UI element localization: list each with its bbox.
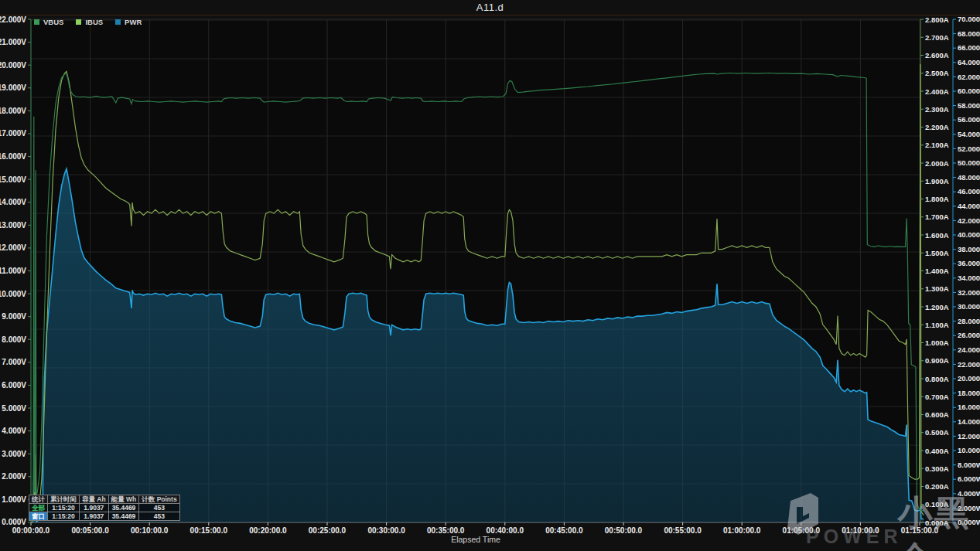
watt-tick-label: 26.000W	[958, 331, 980, 339]
stats-all-points: 453	[139, 504, 179, 512]
amp-tick-label: 2.500A	[925, 69, 949, 77]
time-tick-label: 00:40:00.0	[487, 526, 524, 535]
volt-tick-label: 0.000V	[2, 518, 26, 526]
volt-tick-label: 14.000V	[0, 198, 26, 206]
stats-row-all[interactable]: 全部 1:15:20 1.9037 35.4469 453	[29, 504, 180, 512]
amp-tick-label: 1.400A	[925, 267, 949, 275]
watt-tick-label: 68.000W	[958, 29, 980, 38]
amp-tick-label: 0.900A	[925, 356, 949, 365]
time-tick-label: 00:20:00.0	[249, 526, 287, 535]
volt-tick-label: 19.000V	[0, 83, 26, 92]
time-tick-label: 00:35:00.0	[427, 526, 465, 535]
chart-plot-area[interactable]: 22.000V21.000V20.000V19.000V18.000V17.00…	[0, 0, 980, 551]
amp-tick-label: 1.600A	[925, 231, 949, 240]
amp-tick-label: 2.200A	[925, 123, 949, 131]
volt-tick-label: 9.000V	[2, 312, 26, 321]
watt-tick-label: 48.000W	[958, 173, 980, 182]
volt-tick-label: 3.000V	[2, 450, 26, 458]
watt-tick-label: 28.000W	[958, 317, 980, 325]
watt-tick-label: 30.000W	[958, 302, 980, 311]
amp-tick-label: 0.500A	[925, 428, 949, 437]
stats-window-time: 1:15:20	[48, 512, 80, 521]
amp-tick-label: 0.800A	[925, 375, 949, 383]
amp-tick-label: 2.700A	[925, 33, 949, 42]
volt-tick-label: 18.000V	[0, 107, 26, 115]
watt-tick-label: 58.000W	[958, 101, 980, 110]
watt-tick-label: 14.000W	[958, 417, 980, 426]
volt-tick-label: 8.000V	[2, 335, 26, 344]
time-tick-label: 00:50:00.0	[605, 526, 643, 535]
amp-tick-label: 0.400A	[925, 447, 949, 455]
vbus-swatch-icon	[34, 19, 39, 25]
watt-tick-label: 36.000W	[958, 259, 980, 267]
legend-label-ibus: IBUS	[85, 18, 103, 26]
amp-tick-label: 2.100A	[925, 141, 949, 149]
amp-tick-label: 2.400A	[925, 87, 949, 96]
watt-tick-label: 44.000W	[958, 202, 980, 210]
time-tick-label: 00:15:00.0	[190, 526, 228, 535]
amp-tick-label: 2.600A	[925, 51, 949, 60]
watt-tick-label: 32.000W	[958, 288, 980, 297]
time-tick-label: 01:15:00.0	[901, 526, 939, 535]
watt-tick-label: 70.000W	[958, 15, 980, 23]
volt-tick-label: 2.000V	[2, 472, 26, 481]
stats-all-wh: 35.4469	[108, 504, 139, 512]
legend-item-ibus[interactable]: IBUS	[76, 18, 103, 26]
amp-tick-label: 0.700A	[925, 393, 949, 401]
time-tick-label: 00:10:00.0	[131, 526, 169, 535]
time-tick-label: 00:25:00.0	[309, 526, 347, 535]
amp-tick-label: 1.800A	[925, 195, 949, 203]
legend-label-vbus: VBUS	[43, 18, 63, 26]
watt-tick-label: 66.000W	[958, 43, 980, 52]
volt-tick-label: 20.000V	[0, 61, 26, 70]
amp-tick-label: 1.500A	[925, 249, 949, 257]
watt-tick-label: 40.000W	[958, 230, 980, 239]
volt-tick-label: 21.000V	[0, 38, 26, 46]
amp-tick-label: 1.200A	[925, 303, 949, 311]
stats-header-ah: 容量 Ah	[80, 495, 109, 504]
watt-tick-label: 34.000W	[958, 274, 980, 282]
watt-tick-label: 62.000W	[958, 73, 980, 81]
legend-item-pwr[interactable]: PWR	[115, 18, 142, 26]
volt-tick-label: 7.000V	[2, 358, 26, 366]
watt-tick-label: 46.000W	[958, 187, 980, 196]
stats-window-label: 窗口	[29, 512, 48, 521]
time-tick-label: 00:30:00.0	[367, 526, 405, 535]
volt-tick-label: 16.000V	[0, 152, 26, 161]
statistics-table[interactable]: 统计 累计时间 容量 Ah 能量 Wh 计数 Points 全部 1:15:20…	[29, 495, 180, 521]
time-tick-label: 01:00:00.0	[723, 526, 761, 535]
amp-tick-label: 1.900A	[925, 177, 949, 185]
amp-tick-label: 2.000A	[925, 159, 949, 168]
stats-header-wh: 能量 Wh	[108, 495, 139, 504]
time-tick-label: 00:55:00.0	[664, 526, 702, 535]
stats-row-window[interactable]: 窗口 1:15:20 1.9037 35.4469 453	[29, 512, 180, 521]
volt-tick-label: 1.000V	[2, 495, 26, 504]
watt-tick-label: 42.000W	[958, 216, 980, 225]
amp-tick-label: 1.700A	[925, 213, 949, 221]
watt-tick-label: 10.000W	[958, 446, 980, 454]
time-tick-label: 01:10:00.0	[842, 526, 879, 535]
watt-tick-label: 0.000W	[958, 518, 980, 526]
volt-tick-label: 17.000V	[0, 129, 26, 138]
stats-all-label: 全部	[29, 504, 48, 512]
amp-tick-label: 0.200A	[925, 482, 949, 491]
legend: VBUS IBUS PWR	[34, 18, 142, 26]
volt-tick-label: 11.000V	[0, 267, 26, 275]
watt-tick-label: 2.000W	[958, 504, 980, 512]
watt-tick-label: 54.000W	[958, 130, 980, 138]
stats-window-points: 453	[139, 512, 179, 521]
watt-tick-label: 6.000W	[958, 474, 980, 483]
time-tick-label: 01:05:00.0	[783, 526, 821, 535]
amp-tick-label: 0.600A	[925, 410, 949, 419]
pwr-swatch-icon	[115, 19, 121, 25]
amp-tick-label: 0.100A	[925, 500, 949, 508]
watt-tick-label: 60.000W	[958, 87, 980, 95]
amp-tick-label: 2.800A	[925, 15, 949, 24]
watt-tick-label: 16.000W	[958, 403, 980, 411]
stats-header-row: 统计 累计时间 容量 Ah 能量 Wh 计数 Points	[29, 495, 180, 504]
watt-tick-label: 24.000W	[958, 345, 980, 354]
stats-all-time: 1:15:20	[48, 504, 80, 512]
legend-item-vbus[interactable]: VBUS	[34, 18, 63, 26]
stats-window-wh: 35.4469	[108, 512, 139, 521]
stats-header-time: 累计时间	[48, 495, 80, 504]
